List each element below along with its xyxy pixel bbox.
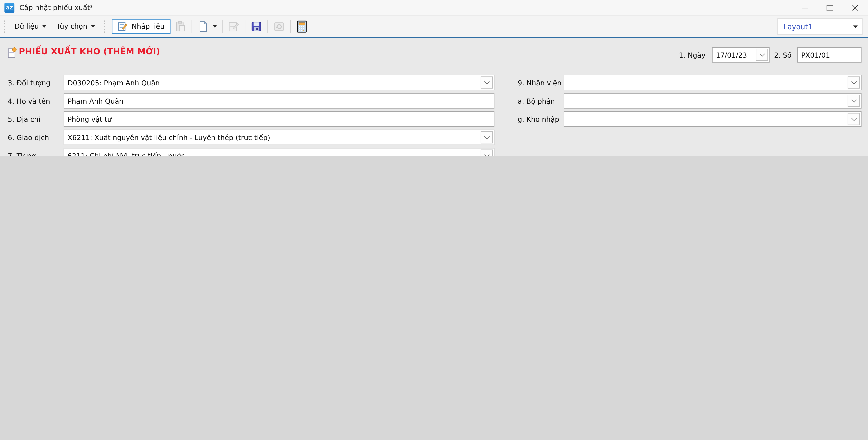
chevron-down-icon	[484, 134, 490, 139]
maximize-button[interactable]	[817, 0, 843, 15]
paste-button[interactable]	[173, 19, 188, 34]
close-button[interactable]	[843, 0, 868, 15]
document-new-icon	[7, 47, 17, 58]
app-logo-icon: az	[4, 3, 14, 12]
toolbar-grip[interactable]	[103, 20, 106, 32]
menu-label: Dữ liệu	[14, 22, 39, 30]
giao-dich-dropdown-button[interactable]	[480, 131, 493, 144]
doi-tuong-value: D030205: Phạm Anh Quân	[68, 78, 160, 87]
refresh-button[interactable]	[271, 19, 287, 34]
date-dropdown-button[interactable]	[756, 49, 768, 61]
refresh-icon	[274, 21, 284, 32]
nhap-lieu-label: Nhập liệu	[131, 22, 164, 30]
save-icon	[251, 21, 262, 32]
edit-icon	[228, 21, 239, 32]
tk-no-label: 7. Tk nợ	[8, 152, 36, 156]
chevron-down-icon	[213, 25, 217, 28]
doi-tuong-select[interactable]: D030205: Phạm Anh Quân	[64, 75, 495, 90]
giao-dich-label: 6. Giao dịch	[8, 133, 49, 142]
menu-du-lieu[interactable]: Dữ liệu	[9, 20, 52, 33]
giao-dich-select[interactable]: X6211: Xuất nguyên vật liệu chính - Luyệ…	[64, 130, 495, 145]
save-button[interactable]	[249, 19, 264, 34]
number-input[interactable]: PX01/01	[797, 47, 862, 63]
chevron-down-icon	[851, 97, 857, 103]
dia-chi-input[interactable]: Phòng vật tư	[64, 111, 495, 127]
bo-phan-label: a. Bộ phận	[518, 97, 555, 105]
minimize-button[interactable]	[792, 0, 817, 15]
chevron-down-icon	[759, 51, 765, 57]
tk-no-dropdown-button[interactable]	[480, 150, 493, 156]
nhan-vien-select[interactable]	[564, 75, 862, 90]
chevron-down-icon	[42, 25, 46, 28]
date-value: 17/01/23	[716, 51, 747, 59]
minimize-icon	[802, 7, 808, 8]
ho-ten-input[interactable]: Phạm Anh Quân	[64, 93, 495, 108]
tk-no-select[interactable]: 6211: Chi phí NVL trực tiếp - nước	[64, 148, 495, 156]
chevron-down-icon	[853, 25, 858, 28]
doi-tuong-label: 3. Đối tượng	[8, 79, 50, 87]
nhan-vien-dropdown-button[interactable]	[848, 76, 860, 89]
chevron-down-icon	[91, 25, 95, 28]
chevron-down-icon	[851, 116, 857, 121]
date-label: 1. Ngày	[679, 51, 706, 59]
kho-nhap-dropdown-button[interactable]	[848, 113, 860, 125]
toolbar-divider	[0, 37, 868, 38]
window-title: Cập nhật phiếu xuất*	[20, 3, 94, 11]
ho-ten-value: Phạm Anh Quân	[68, 97, 123, 105]
new-document-button[interactable]	[195, 19, 211, 34]
maximize-icon	[827, 5, 833, 11]
bo-phan-select[interactable]	[564, 93, 862, 108]
app-window: az Cập nhật phiếu xuất* Dữ liệu Tùy chọn…	[0, 0, 868, 156]
nhap-lieu-button[interactable]: Nhập liệu	[112, 19, 171, 33]
chevron-down-icon	[851, 79, 857, 84]
title-bar: az Cập nhật phiếu xuất*	[0, 0, 868, 15]
ho-ten-label: 4. Họ và tên	[8, 97, 50, 105]
dia-chi-value: Phòng vật tư	[68, 115, 112, 123]
toolbar: Dữ liệu Tùy chọn Nhập liệu Layout1	[0, 15, 868, 37]
menu-label: Tùy chọn	[56, 22, 87, 30]
number-value: PX01/01	[801, 51, 830, 59]
chevron-down-icon	[484, 79, 490, 84]
kho-nhap-select[interactable]	[564, 111, 862, 127]
new-document-dropdown[interactable]	[211, 19, 219, 34]
number-label: 2. Số	[774, 51, 792, 59]
doi-tuong-dropdown-button[interactable]	[480, 76, 493, 89]
paste-icon	[175, 21, 186, 32]
tk-no-value: 6211: Chi phí NVL trực tiếp - nước	[68, 152, 185, 156]
menu-tuy-chon[interactable]: Tùy chọn	[52, 20, 100, 33]
calculator-icon	[297, 20, 307, 32]
bo-phan-dropdown-button[interactable]	[848, 95, 860, 107]
dia-chi-label: 5. Địa chỉ	[8, 115, 40, 124]
close-icon	[852, 4, 859, 11]
giao-dich-value: X6211: Xuất nguyên vật liệu chính - Luyệ…	[68, 133, 270, 142]
date-input[interactable]: 17/01/23	[712, 47, 770, 63]
toolbar-grip[interactable]	[3, 20, 6, 32]
calculator-button[interactable]	[294, 19, 310, 34]
edit-button[interactable]	[226, 19, 242, 34]
chevron-down-icon	[484, 152, 490, 156]
page-title: PHIẾU XUẤT KHO (THÊM MỚI)	[19, 46, 160, 57]
kho-nhap-label: g. Kho nhập	[518, 115, 559, 124]
layout-select-value: Layout1	[778, 23, 853, 31]
new-document-icon	[198, 21, 208, 32]
layout-select[interactable]: Layout1	[777, 18, 863, 35]
edit-form-icon	[118, 21, 128, 31]
nhan-vien-label: 9. Nhân viên	[518, 79, 562, 87]
